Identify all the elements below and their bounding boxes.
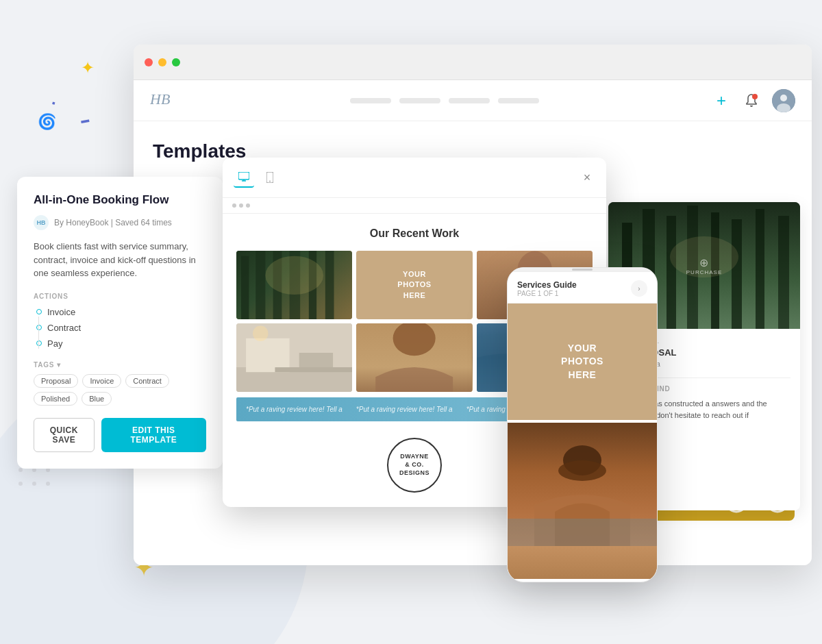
modal-toolbar bbox=[223, 198, 606, 214]
mobile-title-block: Services Guide PAGE 1 OF 1 bbox=[517, 280, 577, 297]
add-icon[interactable]: + bbox=[712, 91, 731, 110]
mobile-subtitle: PAGE 1 OF 1 bbox=[517, 290, 577, 297]
sparkle-icon: ✦ bbox=[81, 58, 95, 77]
photo-cell-person bbox=[356, 323, 472, 392]
svg-rect-23 bbox=[238, 172, 249, 179]
actions-label: ACTIONS bbox=[34, 293, 206, 300]
mobile-mockup: Services Guide PAGE 1 OF 1 › YOURPHOTOSH… bbox=[507, 267, 658, 582]
toolbar-dot-1 bbox=[232, 203, 236, 208]
deco-rect-icon: ▬ bbox=[80, 114, 90, 125]
honeybook-badge: HB bbox=[34, 215, 49, 230]
tag-contract[interactable]: Contract bbox=[125, 374, 169, 388]
logo-text: DWAYNE& CO.DESIGNS bbox=[399, 453, 429, 477]
mobile-next-button[interactable]: › bbox=[631, 280, 647, 297]
svg-rect-41 bbox=[275, 367, 352, 372]
tag-proposal[interactable]: Proposal bbox=[34, 374, 78, 388]
nav-pill-4[interactable] bbox=[498, 98, 539, 103]
browser-dot-green[interactable] bbox=[172, 58, 180, 66]
plus-icon: + bbox=[717, 91, 726, 110]
svg-rect-32 bbox=[325, 251, 334, 319]
photo-cell-room bbox=[236, 323, 352, 392]
action-item-invoice: Invoice bbox=[36, 307, 206, 317]
svg-point-33 bbox=[265, 256, 323, 295]
quick-save-button[interactable]: QUICK SAVE bbox=[34, 418, 95, 452]
notification-icon[interactable] bbox=[742, 91, 761, 110]
action-dot-pay bbox=[36, 340, 42, 346]
svg-rect-39 bbox=[246, 338, 289, 372]
svg-rect-54 bbox=[667, 216, 676, 329]
svg-text:HB: HB bbox=[150, 90, 170, 108]
tags-row: Proposal Invoice Contract Polished Blue bbox=[34, 374, 206, 406]
mobile-tab[interactable] bbox=[260, 167, 280, 188]
svg-point-25 bbox=[269, 181, 271, 182]
svg-rect-58 bbox=[756, 209, 764, 329]
svg-point-9 bbox=[18, 468, 23, 472]
modal-close-button[interactable]: × bbox=[579, 169, 595, 186]
mobile-title: Services Guide bbox=[517, 280, 577, 290]
meta-text: By HoneyBook | Saved 64 times bbox=[54, 218, 172, 227]
tags-label-text: TAGS bbox=[34, 361, 54, 369]
svg-point-21 bbox=[780, 95, 787, 101]
nav-pill-1[interactable] bbox=[350, 98, 391, 103]
svg-point-48 bbox=[558, 460, 606, 481]
tags-section: TAGS ▾ Proposal Invoice Contract Polishe… bbox=[34, 361, 206, 406]
tags-chevron-icon: ▾ bbox=[57, 361, 61, 369]
deco-square-icon: ▪ bbox=[51, 97, 57, 109]
edit-template-button[interactable]: EDIT THIS TEMPLATE bbox=[101, 418, 206, 452]
card-meta: HB By HoneyBook | Saved 64 times bbox=[34, 215, 206, 230]
app-logo: HB bbox=[150, 89, 177, 112]
toolbar-dots bbox=[232, 203, 597, 208]
actions-list: Invoice Contract Pay bbox=[34, 307, 206, 349]
tag-blue[interactable]: Blue bbox=[82, 392, 112, 406]
mobile-photo-placeholder-text: YOURPHOTOSHERE bbox=[561, 342, 603, 382]
purchase-label: PURCHASE bbox=[686, 269, 722, 275]
svg-rect-57 bbox=[732, 219, 742, 329]
card-description: Book clients fast with service summary, … bbox=[34, 240, 206, 280]
tags-label: TAGS ▾ bbox=[34, 361, 206, 369]
photo-cell-forest bbox=[236, 251, 352, 319]
action-item-pay: Pay bbox=[36, 338, 206, 349]
mobile-content: YOURPHOTOSHERE bbox=[508, 304, 657, 579]
svg-rect-59 bbox=[778, 216, 789, 329]
svg-point-14 bbox=[46, 482, 50, 486]
toolbar-dot-3 bbox=[246, 203, 250, 208]
mobile-photo-small bbox=[508, 546, 657, 579]
nav-pill-2[interactable] bbox=[399, 98, 440, 103]
mobile-photo-woman bbox=[508, 423, 657, 546]
action-connector bbox=[38, 317, 39, 349]
svg-point-11 bbox=[46, 468, 50, 472]
svg-rect-49 bbox=[508, 519, 657, 546]
svg-point-19 bbox=[752, 94, 758, 99]
svg-rect-27 bbox=[241, 256, 249, 319]
app-header: HB + bbox=[134, 80, 812, 121]
browser-dot-yellow[interactable] bbox=[158, 58, 166, 66]
action-label-invoice: Invoice bbox=[47, 307, 75, 317]
close-icon: × bbox=[584, 171, 591, 185]
bg-card-overlay: ⊕ PURCHASE bbox=[686, 256, 722, 275]
review-text-2: *Put a raving review here! Tell a bbox=[356, 406, 453, 413]
action-dot-invoice bbox=[36, 309, 42, 314]
svg-point-10 bbox=[32, 468, 36, 472]
svg-rect-50 bbox=[508, 546, 657, 579]
photo-cell-placeholder-1: YOURPHOTOSHERE bbox=[356, 251, 472, 319]
action-dot-contract bbox=[36, 325, 42, 330]
card-title: All-in-One Booking Flow bbox=[34, 193, 206, 207]
modal-header: × bbox=[223, 158, 606, 198]
card-buttons: QUICK SAVE EDIT THIS TEMPLATE bbox=[34, 418, 206, 452]
purchase-icon: ⊕ bbox=[686, 256, 722, 269]
action-item-contract: Contract bbox=[36, 323, 206, 333]
toolbar-dot-2 bbox=[239, 203, 243, 208]
svg-point-13 bbox=[32, 482, 36, 486]
desktop-tab[interactable] bbox=[234, 167, 254, 188]
tag-invoice[interactable]: Invoice bbox=[82, 374, 121, 388]
action-label-pay: Pay bbox=[47, 338, 62, 349]
user-avatar[interactable] bbox=[772, 89, 795, 112]
mobile-photo-placeholder: YOURPHOTOSHERE bbox=[508, 304, 657, 420]
browser-titlebar bbox=[134, 45, 812, 80]
browser-dot-red[interactable] bbox=[145, 58, 153, 66]
nav-pill-3[interactable] bbox=[449, 98, 490, 103]
nav-pills bbox=[350, 98, 539, 103]
tag-polished[interactable]: Polished bbox=[34, 392, 77, 406]
modal-section-title: Our Recent Work bbox=[236, 227, 593, 240]
photo-placeholder-text-1: YOURPHOTOSHERE bbox=[397, 269, 431, 301]
